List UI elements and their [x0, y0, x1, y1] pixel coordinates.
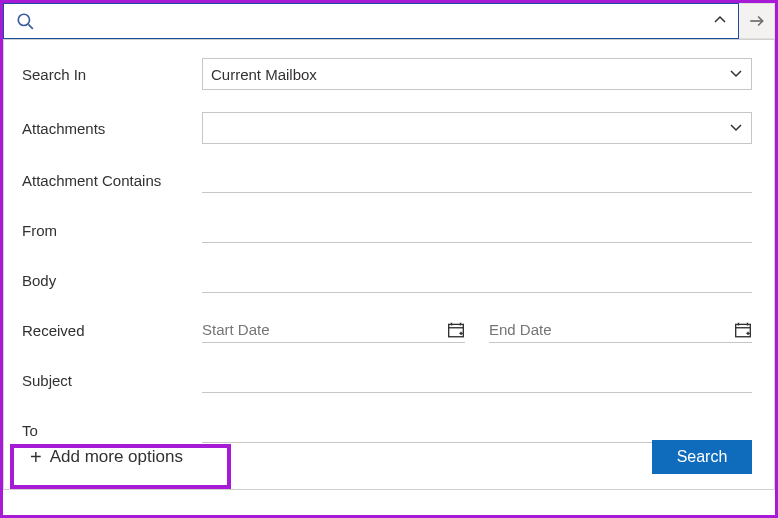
subject-input[interactable] [202, 367, 752, 393]
chevron-down-icon [729, 66, 743, 83]
search-button[interactable]: Search [652, 440, 752, 474]
search-in-label: Search In [22, 66, 202, 83]
subject-label: Subject [22, 372, 202, 389]
search-icon [16, 12, 34, 30]
attachments-select[interactable] [202, 112, 752, 144]
add-more-options-label: Add more options [50, 447, 183, 467]
attachment-contains-label: Attachment Contains [22, 172, 202, 189]
body-label: Body [22, 272, 202, 289]
to-label: To [22, 422, 202, 439]
search-bar[interactable] [3, 3, 739, 39]
advanced-search-panel: Search In Current Mailbox Attachments [3, 39, 775, 490]
search-in-value: Current Mailbox [211, 66, 729, 83]
collapse-icon[interactable] [708, 13, 732, 30]
from-label: From [22, 222, 202, 239]
start-date-input[interactable] [202, 321, 447, 338]
body-input[interactable] [202, 267, 752, 293]
received-label: Received [22, 322, 202, 339]
calendar-icon[interactable] [447, 321, 465, 339]
chevron-down-icon [729, 120, 743, 137]
go-button[interactable] [739, 3, 775, 39]
attachment-contains-input[interactable] [202, 167, 752, 193]
svg-point-0 [18, 14, 29, 25]
start-date-field[interactable] [202, 317, 465, 343]
svg-line-1 [28, 24, 33, 29]
from-input[interactable] [202, 217, 752, 243]
plus-icon: + [30, 447, 42, 467]
calendar-icon[interactable] [734, 321, 752, 339]
search-input[interactable] [44, 4, 708, 38]
end-date-input[interactable] [489, 321, 734, 338]
add-more-options-button[interactable]: + Add more options [22, 443, 191, 471]
end-date-field[interactable] [489, 317, 752, 343]
attachments-label: Attachments [22, 120, 202, 137]
search-in-select[interactable]: Current Mailbox [202, 58, 752, 90]
